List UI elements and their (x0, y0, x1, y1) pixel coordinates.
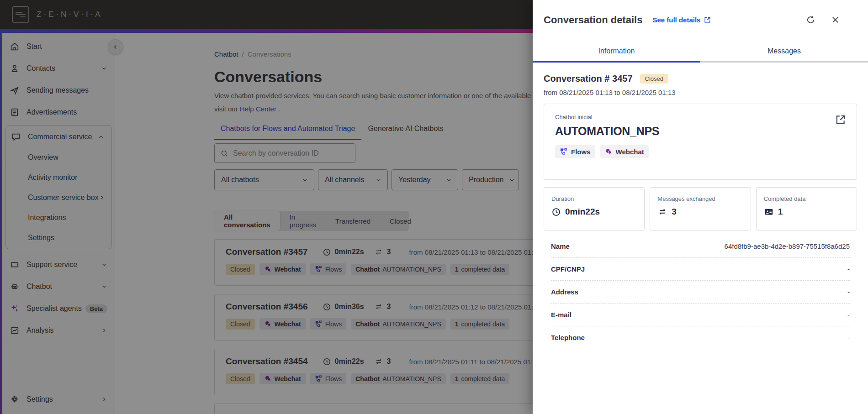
conversation-heading: Conversation # 3457 (544, 73, 633, 84)
field-value: - (847, 334, 850, 341)
stat-value: 3 (672, 207, 677, 217)
stat-label: Messages exchanged (657, 195, 743, 202)
stat-label: Completed data (764, 195, 849, 202)
tab-information[interactable]: Information (533, 40, 700, 63)
field-row-address: Address - (551, 281, 850, 304)
modal-overlay[interactable] (0, 0, 533, 414)
completed-data-stat-card: Completed data 1 (756, 187, 857, 231)
chatbot-initial-card: Chatbot inicial AUTOMATION_NPS Flows Web… (544, 104, 857, 180)
see-full-details-label: See full details (652, 16, 700, 24)
flows-tag-label: Flows (571, 148, 591, 156)
webchat-tag: Webchat (600, 145, 649, 158)
close-icon (831, 16, 840, 24)
webchat-tag-label: Webchat (616, 148, 644, 156)
field-row-name: Name 64fd8fb9-ae3b-4d2e-b897-75515f8a6d2… (551, 235, 850, 258)
drawer-header: Conversation details See full details (533, 0, 868, 40)
field-row-cpf-cnpj: CPF/CNPJ - (551, 258, 850, 281)
stat-value: 1 (778, 207, 783, 217)
close-button[interactable] (830, 15, 841, 26)
field-value: - (847, 265, 850, 273)
drawer-tabs: Information Messages (533, 40, 868, 63)
messages-exchanged-stat-card: Messages exchanged 3 (650, 187, 751, 231)
external-link-icon (704, 16, 711, 24)
field-value: - (847, 288, 850, 296)
chatbot-card-label: Chatbot inicial (555, 114, 846, 121)
duration-stat-card: Duration 0min22s (544, 187, 645, 231)
flows-tag: Flows (555, 145, 595, 158)
flows-icon (560, 147, 568, 156)
webchat-icon (604, 147, 613, 156)
field-label: Telephone (551, 334, 585, 341)
conversation-details-drawer: Conversation details See full details In… (533, 0, 868, 414)
stats-row: Duration 0min22s Messages exchanged 3 Co… (544, 187, 857, 231)
chatbot-name: AUTOMATION_NPS (555, 125, 846, 138)
tab-messages[interactable]: Messages (700, 40, 868, 63)
field-value: - (847, 311, 850, 319)
external-link-icon (835, 114, 847, 126)
field-label: Address (551, 288, 578, 296)
stat-label: Duration (551, 195, 637, 202)
conversation-period-range: from 08/21/2025 01:13 to 08/21/2025 01:1… (544, 89, 857, 96)
see-full-details-link[interactable]: See full details (652, 16, 711, 24)
field-label: CPF/CNPJ (551, 265, 585, 273)
contact-card-icon (764, 207, 774, 217)
field-label: E-mail (551, 311, 572, 319)
refresh-button[interactable] (805, 15, 816, 26)
drawer-title: Conversation details (544, 14, 642, 26)
clock-icon (551, 207, 561, 217)
field-row-telephone: Telephone - (551, 326, 850, 349)
exchange-icon (657, 207, 667, 217)
field-row-email: E-mail - (551, 304, 850, 326)
refresh-icon (806, 15, 815, 25)
stat-value: 0min22s (565, 207, 600, 217)
field-value: 64fd8fb9-ae3b-4d2e-b897-75515f8a6d25 (725, 242, 850, 250)
open-chatbot-button[interactable] (835, 114, 847, 126)
field-label: Name (551, 242, 570, 250)
customer-fields: Name 64fd8fb9-ae3b-4d2e-b897-75515f8a6d2… (544, 235, 857, 349)
closed-status-badge: Closed (640, 74, 668, 84)
